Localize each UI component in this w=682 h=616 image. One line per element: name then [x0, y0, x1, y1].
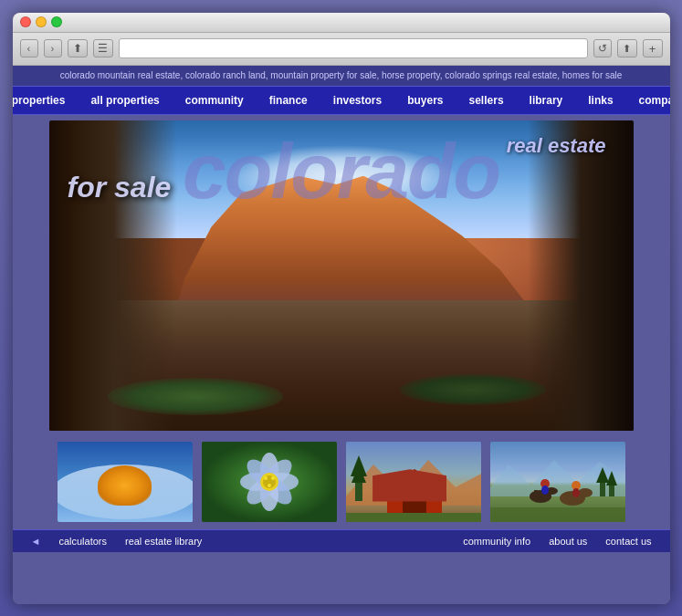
- outer-frame: ‹ › ⬆ ☰ ↺ ⬆ + colorado mountain real est…: [0, 0, 682, 616]
- svg-rect-29: [428, 492, 435, 499]
- svg-point-1: [58, 465, 193, 519]
- thumbnail-skiing[interactable]: [58, 442, 193, 522]
- sidebar-toggle-button[interactable]: ☰: [93, 39, 113, 57]
- photo-bushes-right: [400, 374, 546, 405]
- svg-rect-30: [346, 513, 481, 522]
- nav-community[interactable]: community: [173, 90, 257, 110]
- nav-library[interactable]: library: [517, 90, 576, 110]
- minimize-button[interactable]: [36, 16, 47, 27]
- svg-point-48: [572, 488, 580, 497]
- svg-rect-28: [392, 492, 399, 499]
- navigation-bar: feature properties all properties commun…: [13, 86, 670, 115]
- svg-rect-27: [403, 498, 426, 515]
- nav-investors[interactable]: investors: [320, 90, 394, 110]
- thumbnail-flower[interactable]: [202, 442, 337, 522]
- svg-point-3: [117, 476, 126, 495]
- thumbnails-row: [13, 434, 670, 529]
- svg-line-4: [108, 496, 140, 501]
- footer-library-link[interactable]: real estate library: [125, 536, 202, 547]
- address-bar[interactable]: [119, 38, 588, 58]
- nav-all-properties[interactable]: all properties: [78, 90, 172, 110]
- maximize-button[interactable]: [51, 16, 62, 27]
- webpage-content: colorado mountain real estate, colorado …: [13, 66, 670, 604]
- share-button[interactable]: ⬆: [68, 39, 88, 57]
- svg-point-2: [115, 469, 128, 484]
- browser-window: ‹ › ⬆ ☰ ↺ ⬆ + colorado mountain real est…: [13, 13, 670, 604]
- share2-button[interactable]: ⬆: [617, 39, 637, 57]
- title-bar: [13, 13, 670, 33]
- nav-finance[interactable]: finance: [257, 90, 320, 110]
- hero-photo: [49, 120, 634, 431]
- footer-arrow-icon: ◄: [31, 536, 41, 547]
- footer-left-links: ◄ calculators real estate library: [31, 536, 203, 547]
- hero-image-wrapper: colorado real estate for sale: [49, 120, 634, 431]
- keywords-bar: colorado mountain real estate, colorado …: [13, 66, 670, 86]
- svg-rect-49: [490, 507, 625, 522]
- nav-buyers[interactable]: buyers: [394, 90, 456, 110]
- footer-bar: ◄ calculators real estate library commun…: [13, 529, 670, 552]
- keywords-text: colorado mountain real estate, colorado …: [60, 70, 623, 80]
- thumbnail-barn[interactable]: [346, 442, 481, 522]
- forward-button[interactable]: ›: [44, 39, 62, 57]
- footer-right-links: community info about us contact us: [463, 536, 651, 547]
- footer-about-link[interactable]: about us: [549, 536, 587, 547]
- close-button[interactable]: [20, 16, 31, 27]
- svg-rect-38: [534, 490, 538, 501]
- footer-community-link[interactable]: community info: [463, 536, 530, 547]
- svg-rect-44: [565, 492, 569, 504]
- reload-button[interactable]: ↺: [593, 39, 612, 57]
- footer-calculators-link[interactable]: calculators: [58, 536, 107, 547]
- footer-contact-link[interactable]: contact us: [605, 536, 651, 547]
- back-button[interactable]: ‹: [20, 39, 38, 57]
- nav-feature-properties[interactable]: feature properties: [13, 90, 79, 110]
- svg-point-18: [271, 476, 275, 480]
- nav-sellers[interactable]: sellers: [456, 90, 517, 110]
- nav-links[interactable]: links: [575, 90, 625, 110]
- photo-right-tree: [528, 120, 633, 431]
- photo-bushes-left: [108, 378, 283, 415]
- svg-point-19: [268, 484, 271, 487]
- browser-toolbar: ‹ › ⬆ ☰ ↺ ⬆ +: [13, 33, 670, 66]
- nav-company-info[interactable]: company info: [626, 90, 670, 110]
- svg-point-17: [264, 476, 268, 480]
- new-tab-button[interactable]: +: [643, 39, 663, 57]
- svg-point-42: [541, 485, 549, 495]
- thumbnail-horses[interactable]: [490, 442, 625, 522]
- svg-point-5: [117, 466, 126, 475]
- svg-point-46: [578, 488, 593, 497]
